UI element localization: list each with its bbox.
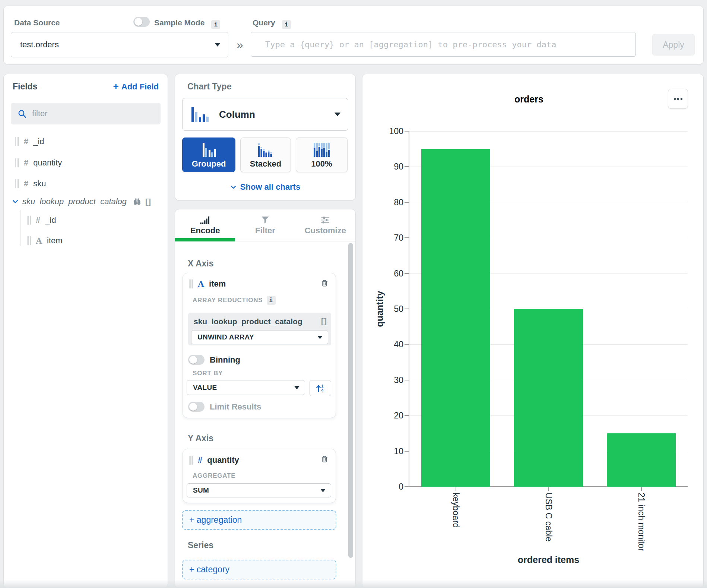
x-axis-card: A item ARRAY REDUCTIONS i sku_lookup_pro…	[183, 273, 336, 418]
data-source-select[interactable]: test.orders	[11, 32, 228, 57]
variant-label: 100%	[311, 159, 332, 169]
array-reductions-label: ARRAY REDUCTIONS i	[193, 296, 276, 305]
x-tick-mark	[548, 487, 549, 491]
chart-bar	[421, 149, 490, 487]
trash-icon	[320, 455, 329, 463]
query-input[interactable]	[251, 32, 636, 57]
field-name: quantity	[207, 455, 239, 465]
aggregate-select[interactable]: SUM	[187, 483, 331, 497]
pipe-chevrons-icon: »	[237, 38, 243, 52]
drag-handle-icon[interactable]	[15, 158, 19, 167]
aggregate-value: SUM	[193, 486, 209, 494]
chart-type-value: Column	[219, 109, 255, 120]
x-axis-field[interactable]: A item	[189, 278, 226, 290]
search-icon	[18, 109, 27, 118]
aggregate-text: AGGREGATE	[193, 472, 236, 480]
sort-direction-button[interactable]: 19	[310, 380, 331, 396]
limit-results-toggle[interactable]	[188, 402, 205, 412]
encode-scrollbar[interactable]	[348, 243, 353, 558]
drag-handle-icon[interactable]	[189, 456, 193, 465]
field-row-id[interactable]: # _id	[15, 135, 44, 148]
drag-handle-icon[interactable]	[189, 279, 193, 288]
field-filter-input[interactable]	[31, 108, 161, 119]
fields-panel: Fields + Add Field # _id # quantity # sk…	[4, 74, 168, 588]
field-name: sku	[33, 179, 46, 189]
show-all-charts-link[interactable]: Show all charts	[175, 182, 355, 192]
field-name: _id	[33, 137, 44, 146]
unwind-array-value: UNWIND ARRAY	[197, 333, 254, 341]
x-tick-label: USB C cable	[543, 493, 554, 542]
sample-mode-toggle[interactable]	[133, 17, 150, 27]
y-tick-label: 90	[375, 162, 403, 172]
aggregate-label: AGGREGATE	[193, 472, 236, 480]
delete-field-button[interactable]	[320, 455, 329, 465]
unwind-array-select[interactable]: UNWIND ARRAY	[191, 330, 328, 344]
encode-tabs: Encode Filter Customize	[175, 209, 355, 241]
add-field-label: Add Field	[121, 82, 159, 92]
variant-grouped-button[interactable]: Grouped	[182, 137, 235, 172]
field-row-sku[interactable]: # sku	[15, 177, 46, 190]
binning-toggle[interactable]	[188, 355, 205, 365]
tab-customize[interactable]: Customize	[295, 209, 355, 241]
add-field-button[interactable]: + Add Field	[113, 81, 159, 92]
field-filter-box	[11, 103, 161, 124]
field-name: sku_lookup_product_catalog	[22, 197, 127, 206]
add-category-label: + category	[189, 565, 229, 575]
field-row-sku-lookup[interactable]: sku_lookup_product_catalog [ ]	[12, 195, 150, 208]
variant-100-button[interactable]: 100%	[296, 137, 348, 172]
tab-filter[interactable]: Filter	[235, 209, 295, 241]
grouped-columns-icon	[200, 141, 218, 158]
x-tick-mark	[641, 487, 642, 491]
binning-label: Binning	[210, 355, 240, 365]
limit-results-row: Limit Results	[188, 402, 261, 412]
array-reductions-text: ARRAY REDUCTIONS	[193, 297, 263, 304]
y-tick-label: 40	[375, 339, 403, 350]
column-chart-icon	[191, 106, 210, 123]
y-axis-field[interactable]: # quantity	[189, 454, 239, 467]
filter-funnel-icon	[260, 215, 270, 225]
customize-sliders-icon	[320, 215, 330, 225]
array-reductions-info-icon[interactable]: i	[267, 296, 276, 305]
drag-handle-icon[interactable]	[15, 137, 19, 146]
x-tick-label: 21 inch monitor	[636, 493, 646, 551]
chart-bar	[514, 309, 583, 487]
number-type-icon: #	[24, 179, 28, 189]
add-category-button[interactable]: + category	[182, 560, 336, 579]
binning-row: Binning	[188, 355, 240, 365]
add-aggregation-button[interactable]: + aggregation	[182, 510, 336, 530]
chevron-down-icon	[230, 184, 237, 190]
chart-type-panel: Chart Type Column Grouped Stacked 100% S…	[175, 74, 355, 200]
encode-bars-icon	[200, 215, 211, 225]
trash-icon	[320, 279, 329, 287]
sort-by-text: SORT BY	[193, 370, 223, 377]
sample-mode-info-icon[interactable]: i	[211, 20, 220, 29]
sort-by-select[interactable]: VALUE	[187, 380, 305, 395]
field-row-quantity[interactable]: # quantity	[15, 157, 62, 169]
lookup-binoculars-icon[interactable]	[133, 197, 142, 206]
encode-panel: Encode Filter Customize X Axis A item	[175, 209, 355, 588]
top-bar: Data Source Sample Mode i Query i test.o…	[4, 6, 703, 64]
field-row-nested-item[interactable]: A item	[27, 234, 63, 247]
svg-text:9: 9	[321, 389, 324, 393]
variant-label: Stacked	[250, 159, 281, 169]
tab-encode[interactable]: Encode	[175, 209, 235, 241]
caret-down-icon	[215, 43, 221, 47]
sample-mode-label: Sample Mode i	[154, 18, 220, 29]
caret-down-icon	[320, 489, 326, 492]
chevron-down-icon[interactable]	[12, 198, 19, 205]
query-info-icon[interactable]: i	[282, 20, 291, 29]
chart-panel: orders 1009080706050403020100keyboardUSB…	[362, 74, 703, 588]
y-gridline	[409, 131, 688, 132]
drag-handle-icon[interactable]	[15, 179, 19, 188]
drag-handle-icon[interactable]	[27, 236, 31, 245]
chart-type-select[interactable]: Column	[182, 98, 348, 131]
svg-text:1: 1	[321, 384, 324, 388]
delete-field-button[interactable]	[320, 279, 329, 289]
y-axis-card: # quantity AGGREGATE SUM	[183, 449, 336, 503]
apply-button[interactable]: Apply	[652, 34, 695, 56]
limit-results-label: Limit Results	[210, 402, 261, 412]
drag-handle-icon[interactable]	[27, 216, 31, 225]
fields-title: Fields	[13, 82, 37, 92]
variant-stacked-button[interactable]: Stacked	[240, 137, 291, 172]
field-row-nested-id[interactable]: # _id	[27, 214, 56, 227]
